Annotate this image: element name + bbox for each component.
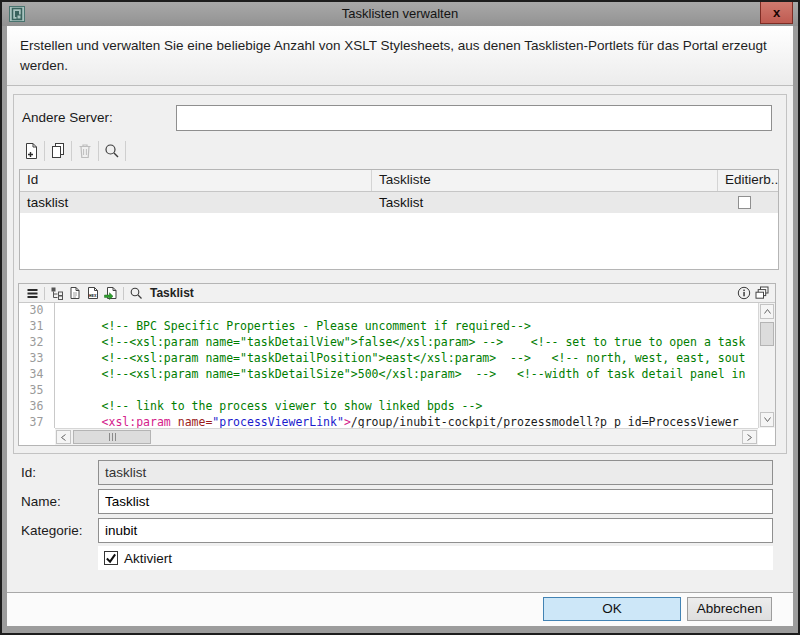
info-icon[interactable] <box>735 285 753 302</box>
titlebar[interactable]: Tasklisten verwalten x <box>2 2 798 26</box>
cell-taskliste: Tasklist <box>372 195 718 210</box>
column-header-id[interactable]: Id <box>20 170 372 191</box>
editor-search-icon[interactable] <box>127 285 145 302</box>
dialog-description: Erstellen und verwalten Sie eine beliebi… <box>7 26 793 86</box>
aktiviert-checkbox[interactable] <box>104 551 118 565</box>
hex-view-icon[interactable]: HEX <box>84 285 102 302</box>
code-line: <xsl:param name="processViewerLink">/gro… <box>60 415 758 428</box>
toolbar-separator <box>123 287 124 300</box>
scroll-up-arrow[interactable] <box>760 304 774 319</box>
import-document-icon[interactable] <box>102 285 120 302</box>
toolbar-separator <box>44 141 45 161</box>
column-header-editierbar[interactable]: Editierb... <box>718 170 778 191</box>
id-label: Id: <box>21 460 36 485</box>
editor-search-value[interactable]: Tasklist <box>150 286 194 300</box>
line-number: 33 <box>19 351 54 367</box>
search-icon[interactable] <box>100 140 124 162</box>
vertical-scroll-thumb[interactable] <box>760 322 774 346</box>
code-line: <!--<xsl:param name="taskDetailView">fal… <box>60 335 758 351</box>
cascade-windows-icon[interactable] <box>753 285 771 302</box>
toolbar-separator <box>71 141 72 161</box>
line-number: 35 <box>19 383 54 399</box>
andere-server-input[interactable] <box>176 105 772 131</box>
line-number: 34 <box>19 367 54 383</box>
kategorie-field[interactable] <box>98 518 773 543</box>
scroll-left-arrow[interactable] <box>56 430 71 444</box>
dialog-body: Andere Server: <box>7 86 793 592</box>
code-line <box>60 303 758 319</box>
line-number: 31 <box>19 319 54 335</box>
horizontal-scrollbar[interactable] <box>55 428 758 445</box>
text-view-icon[interactable] <box>66 285 84 302</box>
list-toolbar <box>19 139 127 163</box>
horizontal-scroll-thumb[interactable] <box>73 430 151 444</box>
tasklist-group-panel: Andere Server: <box>13 94 787 454</box>
xslt-editor: HEX <box>18 283 776 446</box>
code-line: <!-- BPC Specific Properties - Please un… <box>60 319 758 335</box>
table-header: Id Taskliste Editierb... <box>20 170 778 192</box>
id-field <box>98 460 773 485</box>
line-number: 32 <box>19 335 54 351</box>
toolbar-separator <box>125 141 126 161</box>
tasklist-table: Id Taskliste Editierb... tasklist Taskli… <box>19 169 779 270</box>
copy-icon[interactable] <box>46 140 70 162</box>
andere-server-label: Andere Server: <box>22 110 113 125</box>
check-icon <box>105 552 117 564</box>
tree-view-icon[interactable] <box>48 285 66 302</box>
scroll-down-arrow[interactable] <box>760 412 774 427</box>
code-area[interactable]: <!-- BPC Specific Properties - Please un… <box>56 303 758 428</box>
close-button[interactable]: x <box>760 2 793 24</box>
window-title: Tasklisten verwalten <box>2 2 798 26</box>
cell-id: tasklist <box>20 195 372 210</box>
ok-button[interactable]: OK <box>543 597 681 621</box>
line-number: 37 <box>19 415 54 431</box>
code-line: <!--<xsl:param name="taskDetailSize">500… <box>60 367 758 383</box>
dialog-tasklisten-verwalten: Tasklisten verwalten x Erstellen und ver… <box>0 0 800 635</box>
svg-text:HEX: HEX <box>89 293 97 298</box>
new-document-icon[interactable] <box>19 140 43 162</box>
code-line: <!--<xsl:param name="taskDetailPosition"… <box>60 351 758 367</box>
line-number-gutter: 30 31 32 33 34 35 36 37 <box>19 303 55 428</box>
toolbar-separator <box>44 287 45 300</box>
name-field[interactable] <box>98 489 773 514</box>
table-row[interactable]: tasklist Tasklist <box>20 192 778 213</box>
column-header-taskliste[interactable]: Taskliste <box>372 170 718 191</box>
vertical-scrollbar[interactable] <box>758 303 775 428</box>
editierbar-checkbox[interactable] <box>738 196 751 209</box>
menu-icon[interactable] <box>23 285 41 302</box>
button-bar: OK Abbrechen <box>7 592 793 626</box>
delete-icon[interactable] <box>73 140 97 162</box>
name-label: Name: <box>21 489 61 514</box>
aktiviert-label: Aktiviert <box>124 551 172 566</box>
aktiviert-row: Aktiviert <box>98 546 773 570</box>
code-line: <!-- link to the process viewer to show … <box>60 399 758 415</box>
line-number: 30 <box>19 303 54 319</box>
scroll-right-arrow[interactable] <box>742 430 757 444</box>
cancel-button[interactable]: Abbrechen <box>687 597 772 621</box>
line-number: 36 <box>19 399 54 415</box>
code-line <box>60 383 758 399</box>
kategorie-label: Kategorie: <box>21 518 83 543</box>
editor-toolbar: HEX <box>19 284 775 303</box>
toolbar-separator <box>98 141 99 161</box>
